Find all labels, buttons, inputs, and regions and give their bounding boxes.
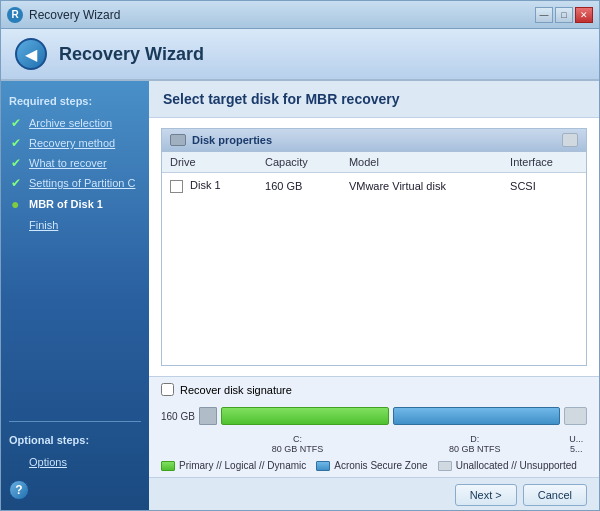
disk-small-icon — [170, 134, 186, 146]
sidebar-help-row: ? — [9, 480, 141, 500]
legend-green-box — [161, 461, 175, 471]
cell-capacity: 160 GB — [257, 173, 341, 199]
col-drive: Drive — [162, 152, 257, 173]
u-sub: 5... — [570, 444, 583, 454]
partition-c-sublabel: C: 80 GB NTFS — [211, 434, 384, 454]
partition-sublabels: C: 80 GB NTFS D: 80 GB NTFS U... 5... — [161, 434, 587, 454]
d-sub: 80 GB NTFS — [449, 444, 501, 454]
disk-select-checkbox[interactable] — [170, 180, 183, 193]
action-buttons-row: Next > Cancel — [149, 477, 599, 510]
disk-properties-header: Disk properties — [162, 129, 586, 152]
partition-u-sublabel: U... 5... — [565, 434, 587, 454]
disk-properties-title-group: Disk properties — [170, 134, 272, 146]
sidebar-label-mbr: MBR of Disk 1 — [29, 198, 103, 210]
sidebar-label-finish: Finish — [29, 219, 58, 231]
cancel-button[interactable]: Cancel — [523, 484, 587, 506]
disk-viz-row: 160 GB — [161, 404, 587, 428]
check-icon-1: ✔ — [11, 116, 25, 130]
legend-primary: Primary // Logical // Dynamic — [161, 460, 306, 471]
check-icon-3: ✔ — [11, 156, 25, 170]
restore-icon — [562, 133, 578, 147]
disk-size-label: 160 GB — [161, 411, 195, 422]
main-window: R Recovery Wizard — □ ✕ ◀ Recovery Wizar… — [0, 0, 600, 511]
main-content: Required steps: ✔ Archive selection ✔ Re… — [1, 81, 599, 510]
minimize-button[interactable]: — — [535, 7, 553, 23]
sidebar-item-mbr: ● MBR of Disk 1 — [9, 193, 141, 215]
header-bar: ◀ Recovery Wizard — [1, 29, 599, 81]
col-model: Model — [341, 152, 502, 173]
content-area: Select target disk for MBR recovery Disk… — [149, 81, 599, 510]
sidebar-item-what-to-recover[interactable]: ✔ What to recover — [9, 153, 141, 173]
disk-properties-label: Disk properties — [192, 134, 272, 146]
table-header-row: Drive Capacity Model Interface — [162, 152, 586, 173]
cell-interface: SCSI — [502, 173, 586, 199]
sidebar-label-partition: Settings of Partition C — [29, 177, 135, 189]
check-icon-4: ✔ — [11, 176, 25, 190]
disk-properties-panel: Disk properties Drive Capacity Model Int… — [161, 128, 587, 366]
sidebar-label-archive: Archive selection — [29, 117, 112, 129]
col-capacity: Capacity — [257, 152, 341, 173]
window-title: Recovery Wizard — [29, 8, 120, 22]
active-bullet-icon: ● — [11, 196, 25, 212]
legend-unallocated: Unallocated // Unsupported — [438, 460, 577, 471]
close-button[interactable]: ✕ — [575, 7, 593, 23]
required-steps-title: Required steps: — [9, 95, 141, 107]
sidebar-label-options: Options — [29, 456, 67, 468]
c-label: C: — [293, 434, 302, 444]
partition-c-bar — [221, 407, 389, 425]
legend-blue-box — [316, 461, 330, 471]
back-button[interactable]: ◀ — [15, 38, 47, 70]
c-sub: 80 GB NTFS — [272, 444, 324, 454]
disk-table: Drive Capacity Model Interface Disk 1 — [162, 152, 586, 199]
partition-u-bar — [564, 407, 587, 425]
app-header-title: Recovery Wizard — [59, 44, 204, 65]
disk-row-drive-label: Disk 1 — [190, 179, 221, 191]
table-row[interactable]: Disk 1 160 GB VMware Virtual disk SCSI — [162, 173, 586, 199]
legend-row: Primary // Logical // Dynamic Acronis Se… — [161, 460, 587, 471]
legend-acronis-label: Acronis Secure Zone — [334, 460, 427, 471]
sidebar-item-recovery-method[interactable]: ✔ Recovery method — [9, 133, 141, 153]
page-title: Select target disk for MBR recovery — [149, 81, 599, 118]
partition-d-sublabel: D: 80 GB NTFS — [388, 434, 561, 454]
u-label: U... — [569, 434, 583, 444]
recover-signature-checkbox[interactable] — [161, 383, 174, 396]
sidebar-item-archive-selection[interactable]: ✔ Archive selection — [9, 113, 141, 133]
cell-model: VMware Virtual disk — [341, 173, 502, 199]
col-interface: Interface — [502, 152, 586, 173]
legend-primary-label: Primary // Logical // Dynamic — [179, 460, 306, 471]
sidebar-item-options[interactable]: ✔ Options — [9, 452, 141, 472]
legend-gray-box — [438, 461, 452, 471]
title-bar: R Recovery Wizard — □ ✕ — [1, 1, 599, 29]
optional-steps-title: Optional steps: — [9, 434, 141, 446]
next-button[interactable]: Next > — [455, 484, 517, 506]
partition-d-bar — [393, 407, 561, 425]
title-bar-left: R Recovery Wizard — [7, 7, 120, 23]
sidebar-item-partition-settings[interactable]: ✔ Settings of Partition C — [9, 173, 141, 193]
legend-acronis: Acronis Secure Zone — [316, 460, 427, 471]
sidebar-label-what: What to recover — [29, 157, 107, 169]
check-icon-2: ✔ — [11, 136, 25, 150]
disk-gray-block — [199, 407, 217, 425]
app-icon: R — [7, 7, 23, 23]
sidebar: Required steps: ✔ Archive selection ✔ Re… — [1, 81, 149, 510]
sidebar-label-method: Recovery method — [29, 137, 115, 149]
recover-signature-row: Recover disk signature — [161, 383, 587, 396]
footer-area: Recover disk signature 160 GB C: 80 GB N… — [149, 376, 599, 477]
cell-drive: Disk 1 — [162, 173, 257, 199]
sidebar-item-finish[interactable]: ✔ Finish — [9, 215, 141, 235]
maximize-button[interactable]: □ — [555, 7, 573, 23]
help-button[interactable]: ? — [9, 480, 29, 500]
optional-steps-section: Optional steps: ✔ Options — [9, 421, 141, 472]
window-controls: — □ ✕ — [535, 7, 593, 23]
legend-unallocated-label: Unallocated // Unsupported — [456, 460, 577, 471]
recover-signature-label: Recover disk signature — [180, 384, 292, 396]
d-label: D: — [470, 434, 479, 444]
